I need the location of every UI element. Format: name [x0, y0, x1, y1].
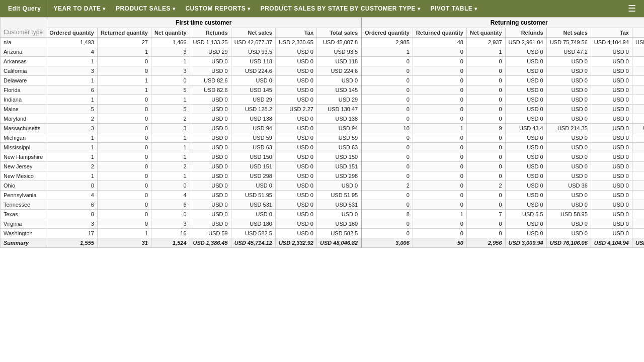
data-cell: USD 48,046.82 [317, 238, 362, 248]
data-cell: 0 [413, 152, 466, 162]
billing-province-cell: n/a [1, 38, 46, 47]
data-cell: 0 [466, 162, 505, 171]
data-cell: USD 0 [275, 143, 316, 152]
data-cell: USD 0 [546, 152, 591, 162]
edit-query-button[interactable]: Edit Query [4, 0, 47, 17]
data-cell: USD 214.35 [632, 124, 644, 133]
data-cell: 0 [361, 171, 413, 181]
data-cell: USD 0 [546, 219, 591, 229]
data-cell: USD 94 [231, 124, 275, 133]
data-cell: USD 0 [546, 143, 591, 152]
billing-province-cell: Massachusetts [1, 124, 46, 133]
product-sales-menu[interactable]: PRODUCT SALES ▾ [112, 0, 179, 17]
data-cell: USD 0 [275, 200, 316, 210]
data-cell: USD 2.27 [275, 105, 316, 114]
data-cell: USD 0 [632, 85, 644, 95]
data-cell: 0 [361, 229, 413, 238]
data-cell: USD 0 [275, 191, 316, 200]
data-cell: USD 0 [190, 191, 231, 200]
data-cell: 0 [413, 162, 466, 171]
data-cell: 1 [46, 76, 98, 85]
data-cell: 0 [361, 105, 413, 114]
billing-province-cell: Summary [1, 238, 46, 248]
data-cell: 4 [151, 191, 190, 200]
data-cell: USD 0 [275, 76, 316, 85]
data-cell: 31 [97, 238, 151, 248]
data-cell: USD 0 [275, 152, 316, 162]
custom-reports-menu[interactable]: CUSTOM REPORTS ▾ [181, 0, 254, 17]
data-cell: USD 2,330.65 [275, 38, 316, 47]
billing-province-cell: New Mexico [1, 171, 46, 181]
data-cell: USD 0 [591, 47, 632, 57]
data-cell: 0 [361, 219, 413, 229]
col-returned-qty-first: Returned quantity [97, 28, 151, 38]
col-returned-qty-returning: Returned quantity [413, 28, 466, 38]
data-cell: 0 [151, 210, 190, 219]
billing-province-cell: Arkansas [1, 57, 46, 66]
table-row: Arizona413USD 29USD 93.5USD 0USD 93.5101… [1, 47, 645, 57]
data-cell: USD 2,332.92 [275, 238, 316, 248]
data-cell: USD 1,386.45 [190, 238, 231, 248]
data-cell: USD 224.6 [317, 66, 362, 76]
data-cell: USD 0 [190, 152, 231, 162]
data-cell: USD 0 [505, 162, 546, 171]
year-to-date-menu[interactable]: YEAR TO DATE ▾ [49, 0, 109, 17]
data-cell: 8 [361, 210, 413, 219]
data-cell: USD 298 [317, 171, 362, 181]
data-cell: 1,524 [151, 238, 190, 248]
data-cell: 0 [97, 152, 151, 162]
data-cell: 0 [413, 47, 466, 57]
data-cell: 0 [413, 105, 466, 114]
table-row: Virginia303USD 0USD 180USD 0USD 180000US… [1, 219, 645, 229]
data-cell: USD 0 [190, 105, 231, 114]
data-cell: USD 0 [317, 210, 362, 219]
data-cell: 0 [466, 105, 505, 114]
data-cell: USD 0 [275, 85, 316, 95]
data-cell: 1 [151, 57, 190, 66]
data-cell: USD 0 [546, 95, 591, 105]
table-row: New Mexico101USD 0USD 298USD 0USD 298000… [1, 171, 645, 181]
data-cell: 0 [413, 133, 466, 143]
data-cell: 0 [97, 66, 151, 76]
data-cell: 2,985 [361, 38, 413, 47]
data-cell: USD 0 [190, 66, 231, 76]
data-cell: USD 582.5 [231, 229, 275, 238]
data-cell: USD 0 [190, 124, 231, 133]
data-cell: USD 0 [546, 57, 591, 66]
custom-reports-label: CUSTOM REPORTS [185, 5, 246, 12]
data-cell: USD 0 [505, 200, 546, 210]
data-cell: USD 0 [591, 162, 632, 171]
data-cell: USD 118 [317, 57, 362, 66]
data-cell: USD 0 [591, 114, 632, 124]
data-cell: 5 [151, 85, 190, 95]
data-cell: 2 [466, 181, 505, 191]
data-cell: USD 0 [591, 133, 632, 143]
data-cell: USD 63 [231, 143, 275, 152]
table-row: Florida615USD 82.6USD 145USD 0USD 145000… [1, 85, 645, 95]
data-cell: 0 [466, 66, 505, 76]
data-cell: 0 [413, 76, 466, 85]
data-cell: USD 0 [317, 76, 362, 85]
table-row: Delaware110USD 82.6USD 0USD 0USD 0000USD… [1, 76, 645, 85]
hamburger-icon[interactable]: ☰ [624, 3, 640, 14]
data-cell: USD 150 [231, 152, 275, 162]
billing-province-cell: Delaware [1, 76, 46, 85]
product-sales-label: PRODUCT SALES [116, 5, 171, 12]
data-cell: 0 [413, 66, 466, 76]
data-cell: 4 [46, 47, 98, 57]
data-cell: USD 43.4 [505, 124, 546, 133]
data-cell: 0 [413, 171, 466, 181]
data-cell: 0 [413, 57, 466, 66]
data-cell: 0 [466, 143, 505, 152]
data-cell: 0 [97, 105, 151, 114]
data-cell: 0 [97, 191, 151, 200]
table-row: Washington17116USD 59USD 582.5USD 0USD 5… [1, 229, 645, 238]
data-cell: 1 [413, 124, 466, 133]
data-cell: 16 [151, 229, 190, 238]
data-cell: USD 118 [231, 57, 275, 66]
data-cell: 1 [413, 210, 466, 219]
product-sales-by-state-menu[interactable]: PRODUCT SALES BY STATE BY CUSTOMER TYPE … [257, 0, 425, 17]
data-cell: USD 75,749.56 [546, 38, 591, 47]
table-row: Summary1,555311,524USD 1,386.45USD 45,71… [1, 238, 645, 248]
pivot-table-menu[interactable]: PIVOT TABLE ▾ [427, 0, 481, 17]
